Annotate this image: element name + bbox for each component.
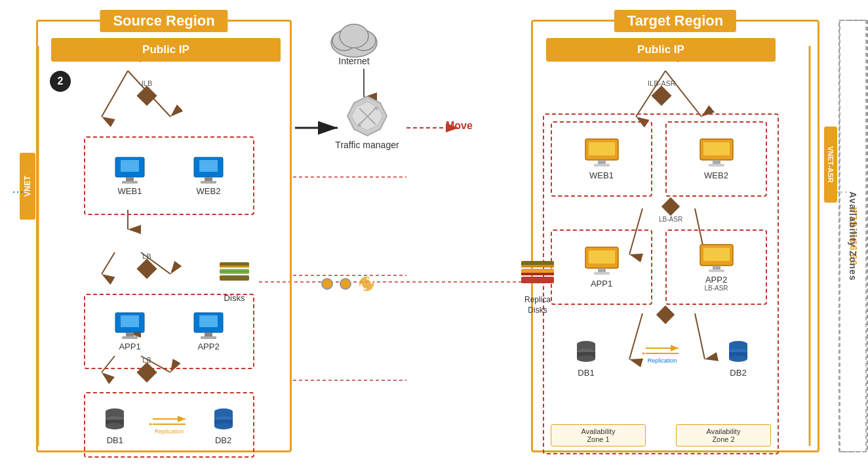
svg-point-96 [577,355,595,362]
source-db-dashed-box: DB1 [84,392,254,458]
svg-rect-110 [521,273,554,275]
target-region-label: Target Region [614,10,736,32]
diagram-container: Source Region Public IP 2 ILB [0,0,868,476]
svg-rect-108 [521,277,554,283]
source-lb2-container: LB [140,356,154,380]
source-app2-icon [191,311,226,340]
svg-rect-44 [201,336,216,339]
source-web1-group: WEB1 [113,156,147,196]
source-disks-section: Disks [216,256,252,303]
source-lb2-diamond [136,362,157,382]
step-number-2: 2 [50,71,71,92]
target-web1-dashed-box: WEB1 [551,121,652,197]
target-web2-dashed-box: WEB2 [665,121,767,197]
source-ilb-container: ILB [140,79,154,103]
svg-rect-35 [205,177,212,181]
replica-disk-icon [518,256,557,294]
svg-rect-90 [713,266,720,269]
target-ilb-asr-container: ILB-ASR [648,79,676,103]
svg-rect-81 [703,142,730,155]
target-app2-icon [698,243,735,275]
traffic-manager-section: Traffic manager [328,95,406,151]
target-az1-label: AvailabilityZone 1 [551,424,646,446]
replication-spin-icon [358,275,375,292]
target-region-box: Target Region Public IP ILB-ASR [531,20,819,452]
svg-rect-32 [122,181,138,184]
source-disk-icon [216,256,252,292]
internet-section: Internet [315,13,393,66]
target-web2-icon [698,138,735,169]
svg-rect-34 [199,160,218,172]
target-az2-label: AvailabilityZone 2 [676,424,771,446]
source-db1-icon [100,405,129,434]
source-db2-icon [209,405,238,434]
svg-rect-43 [205,332,212,336]
svg-rect-38 [121,315,139,327]
target-az-outer-box: WEB1 WEB2 LB-ASR [543,113,779,454]
move-label: Move [446,120,473,132]
source-vnet-connector: ⋯ [12,184,24,199]
target-app1-icon [583,246,620,277]
svg-point-105 [729,355,747,362]
target-lb-asr-1-container: LB-ASR [659,200,682,223]
svg-rect-85 [589,250,615,264]
svg-rect-30 [121,160,139,172]
svg-point-58 [214,423,233,429]
svg-rect-78 [598,160,606,164]
target-public-ip-bar: Public IP [546,38,776,62]
source-web2-group: WEB2 [191,156,226,196]
target-replication: Replication [642,344,682,364]
source-ilb-diamond [136,85,157,106]
target-db1-icon [572,338,601,367]
svg-rect-62 [220,266,249,268]
target-db2-icon [724,338,753,367]
svg-rect-39 [126,332,134,336]
svg-rect-31 [126,177,134,181]
svg-rect-86 [598,268,606,272]
svg-rect-83 [709,164,724,167]
source-replication-arrows: Replication [149,415,189,435]
source-lb1-diamond [136,258,157,279]
source-app1-icon [113,311,147,340]
target-app2-dashed-box: APP2 LB-ASR [665,229,767,305]
source-region-box: Source Region Public IP 2 ILB [36,20,292,452]
target-db-row: DB1 [551,338,774,378]
svg-point-49 [106,423,124,429]
source-lb1-container: LB [140,252,154,276]
target-db2-group: DB2 [724,338,753,378]
svg-rect-77 [589,142,615,155]
source-web1-icon [113,156,147,185]
svg-rect-82 [713,160,720,164]
target-lb-asr-2-diamond [656,306,675,324]
target-ilb-asr-diamond [652,85,672,106]
source-app1-group: APP1 [113,311,147,351]
source-public-ip-bar: Public IP [51,38,281,62]
svg-rect-42 [199,315,218,327]
source-db2-group: DB2 [209,405,238,445]
svg-rect-89 [703,248,730,261]
availability-zones-box: Availability Zones [839,20,867,452]
internet-cloud-icon [325,13,384,59]
svg-rect-36 [201,181,216,184]
traffic-manager-icon [346,95,389,138]
source-web2-icon [191,156,226,185]
svg-rect-87 [594,272,610,275]
replication-dots [321,275,375,292]
target-app1-dashed-box: APP1 [551,229,652,305]
svg-rect-40 [122,336,138,339]
svg-rect-79 [594,164,610,167]
source-web-dashed-box: WEB1 WEB2 [84,136,254,215]
target-lb-asr-2-container [659,308,672,321]
source-region-label: Source Region [100,10,227,32]
svg-rect-109 [521,265,554,268]
svg-rect-61 [220,275,249,281]
target-db1-group: DB1 [572,338,601,378]
svg-rect-91 [709,269,724,272]
target-web1-icon [583,138,620,169]
source-app-dashed-box: APP1 APP2 [84,294,254,369]
svg-rect-63 [220,270,249,273]
source-app2-group: APP2 [191,311,226,351]
svg-point-69 [340,24,368,48]
target-lb-asr-1-diamond [661,197,680,216]
replica-disks-section: ReplicaDisks [518,256,557,315]
